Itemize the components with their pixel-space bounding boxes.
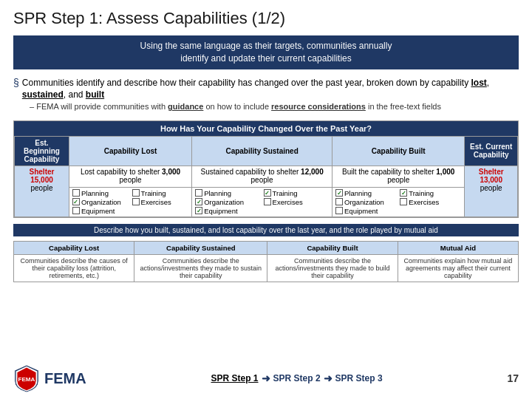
lost-training: Training — [132, 189, 189, 197]
page-title: SPR Step 1: Assess Capabilities (1/2) — [13, 9, 519, 28]
nav-step2[interactable]: SPR Step 2 — [273, 373, 321, 383]
lost-planning: Planning — [72, 189, 129, 197]
fema-logo: FEMA FEMA — [13, 364, 86, 393]
sus-training-cb[interactable]: ✓ — [264, 189, 271, 197]
built-checkbox-grid: ✓ Planning ✓ Training Organization — [335, 189, 461, 215]
describe-table: Capability Lost Capability Sustained Cap… — [13, 241, 519, 282]
cell-shelter-current: Shelter 13,000people — [465, 166, 518, 216]
col-header-built: Capability Built — [332, 136, 465, 166]
banner-line1: Using the same language as their targets… — [140, 41, 392, 51]
lost-planning-cb[interactable] — [72, 189, 80, 197]
lost-exercises: Exercises — [132, 198, 189, 206]
built-equipment: Equipment — [335, 207, 397, 215]
describe-col-lost: Capability Lost — [14, 241, 134, 254]
capability-change-table: How Has Your Capability Changed Over the… — [13, 120, 519, 218]
page-container: SPR Step 1: Assess Capabilities (1/2) Us… — [0, 0, 532, 399]
describe-row-mutual: Communities explain how mutual aid agree… — [398, 254, 518, 282]
bullet-section: § Communities identify and describe how … — [13, 74, 519, 113]
describe-row-built: Communities describe the actions/investm… — [267, 254, 398, 282]
built-organization: Organization — [335, 198, 397, 206]
fema-shield-icon: FEMA — [13, 364, 40, 393]
built-planning-cb[interactable]: ✓ — [335, 189, 343, 197]
col-header-lost: Capability Lost — [69, 136, 191, 166]
arrow-2: ➜ — [324, 372, 332, 384]
col-header-sustained: Capability Sustained — [192, 136, 332, 166]
cell-built: Built the capability to shelter 1,000 pe… — [332, 166, 465, 187]
lost-org-cb[interactable]: ✓ — [72, 198, 80, 205]
bullet-sub-text: – FEMA will provide communities with gui… — [30, 101, 519, 112]
blue-banner: Using the same language as their targets… — [13, 35, 519, 69]
nav-step3[interactable]: SPR Step 3 — [335, 373, 383, 383]
built-equipment-cb[interactable] — [335, 207, 343, 214]
sus-exercises-cb[interactable] — [264, 198, 271, 205]
sus-exercises: Exercises — [264, 198, 329, 206]
col-header-est-current: Est. CurrentCapability — [465, 136, 518, 166]
page-number: 17 — [507, 372, 519, 384]
built-training: ✓ Training — [400, 189, 461, 197]
footer: FEMA FEMA SPR Step 1 ➜ SPR Step 2 ➜ SPR … — [13, 361, 519, 393]
lost-subtitle: Lost capability to shelter 3,000 people — [72, 168, 188, 184]
capability-table-inner: Est. BeginningCapability Capability Lost… — [14, 136, 518, 217]
sus-planning: Planning — [195, 189, 260, 197]
describe-banner: Describe how you built, sustained, and l… — [13, 224, 519, 236]
banner-line2: identify and update their current capabi… — [180, 53, 351, 64]
footer-nav: SPR Step 1 ➜ SPR Step 2 ➜ SPR Step 3 — [211, 372, 383, 384]
lost-equipment-cb[interactable] — [72, 207, 80, 214]
sus-org-cb[interactable]: ✓ — [195, 198, 202, 205]
describe-col-mutual: Mutual Aid — [398, 241, 518, 254]
svg-text:FEMA: FEMA — [18, 377, 35, 383]
describe-row-lost: Communities describe the causes of their… — [14, 254, 134, 282]
built-planning: ✓ Planning — [335, 189, 397, 197]
sustained-checkbox-grid: Planning ✓ Training ✓ Organization — [195, 189, 329, 215]
lost-checkbox-grid: Planning Training ✓ Organization — [72, 189, 188, 215]
sus-planning-cb[interactable] — [195, 189, 202, 197]
fema-text-label: FEMA — [44, 370, 86, 387]
sus-training: ✓ Training — [264, 189, 329, 197]
built-subtitle: Built the capability to shelter 1,000 pe… — [335, 168, 461, 184]
bullet-main: § Communities identify and describe how … — [13, 77, 519, 102]
describe-row-sustained: Communities describe the actions/investm… — [134, 254, 267, 282]
sus-equipment-cb[interactable]: ✓ — [195, 207, 202, 214]
describe-col-sustained: Capability Sustained — [134, 241, 267, 254]
cell-sustained-checkboxes: Planning ✓ Training ✓ Organization — [192, 187, 332, 216]
describe-col-built: Capability Built — [267, 241, 398, 254]
bullet-main-text: Communities identify and describe how th… — [22, 77, 519, 102]
lost-exercises-cb[interactable] — [132, 198, 140, 205]
cell-built-checkboxes: ✓ Planning ✓ Training Organization — [332, 187, 465, 216]
sustained-subtitle: Sustained capability to shelter 12,000 p… — [195, 168, 329, 184]
built-exercises: Exercises — [400, 198, 461, 206]
cell-sustained: Sustained capability to shelter 12,000 p… — [192, 166, 332, 187]
bullet-icon: § — [13, 76, 19, 91]
col-header-est-begin: Est. BeginningCapability — [15, 136, 69, 166]
cell-lost: Lost capability to shelter 3,000 people — [69, 166, 191, 187]
built-training-cb[interactable]: ✓ — [400, 189, 407, 197]
sus-organization: ✓ Organization — [195, 198, 260, 206]
table-main-header: How Has Your Capability Changed Over the… — [14, 121, 518, 136]
built-org-cb[interactable] — [335, 198, 343, 205]
cell-shelter-begin: Shelter 15,000people — [15, 166, 69, 216]
lost-equipment: Equipment — [72, 207, 129, 215]
nav-step1[interactable]: SPR Step 1 — [211, 373, 259, 383]
built-exercises-cb[interactable] — [400, 198, 407, 205]
sus-equipment: ✓ Equipment — [195, 207, 260, 215]
lost-organization: ✓ Organization — [72, 198, 129, 206]
lost-training-cb[interactable] — [132, 189, 140, 197]
cell-lost-checkboxes: Planning Training ✓ Organization — [69, 187, 191, 216]
arrow-1: ➜ — [262, 372, 270, 384]
